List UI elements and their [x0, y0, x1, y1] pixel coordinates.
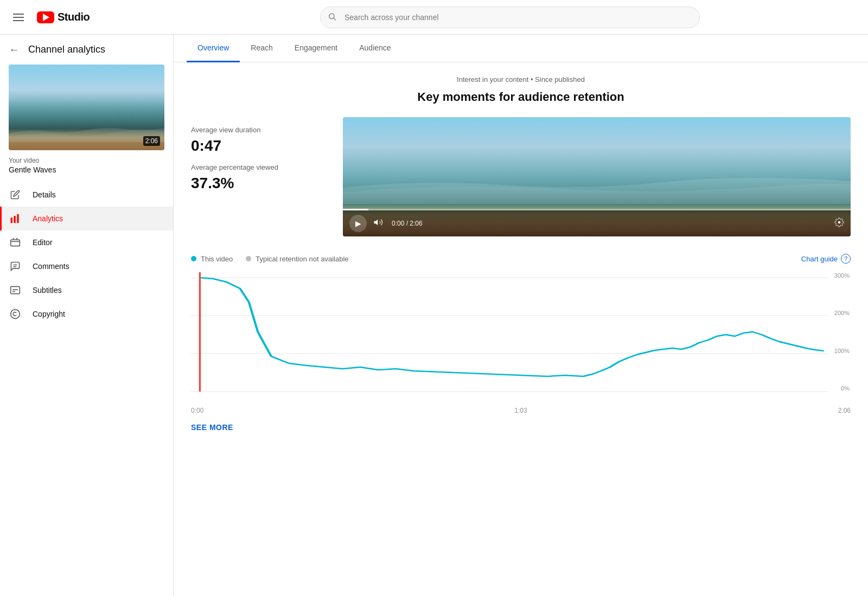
- y-label-0: 0%: [841, 385, 850, 392]
- y-label-200: 200%: [834, 310, 850, 316]
- video-name: Gentle Waves: [9, 165, 164, 174]
- avg-pct-label: Average percentage viewed: [191, 163, 321, 171]
- header-left: Studio: [9, 9, 161, 25]
- nav-label-editor: Editor: [33, 238, 53, 247]
- avg-duration-value: 0:47: [191, 137, 321, 155]
- settings-button[interactable]: [834, 217, 844, 229]
- content-area: Overview Reach Engagement Audience Inter…: [174, 35, 868, 596]
- video-controls: ▶ 0:00 / 2:06: [343, 210, 851, 236]
- sidebar-item-details[interactable]: Details: [0, 183, 173, 207]
- logo[interactable]: Studio: [37, 11, 90, 23]
- typical-label: Typical retention not available: [256, 255, 348, 263]
- this-video-label: This video: [201, 255, 233, 263]
- svg-rect-4: [17, 214, 18, 223]
- back-button[interactable]: ← Channel analytics: [0, 43, 173, 65]
- tab-engagement[interactable]: Engagement: [284, 35, 348, 62]
- nav-label-comments: Comments: [33, 262, 69, 271]
- nav-label-details: Details: [33, 190, 56, 199]
- video-preview[interactable]: ▶ 0:00 / 2:06: [343, 117, 851, 236]
- section-title: Key moments for audience retention: [191, 90, 851, 104]
- clapper-icon: [9, 236, 22, 249]
- thumbnail-overlay: [9, 99, 164, 150]
- sidebar: ← Channel analytics 2:06 Your video Gent…: [0, 35, 174, 596]
- svg-line-1: [334, 18, 336, 20]
- help-icon: ?: [841, 254, 851, 264]
- svg-rect-3: [14, 216, 16, 223]
- legend-typical: Typical retention not available: [246, 255, 348, 263]
- search-icon: [328, 12, 336, 22]
- volume-button[interactable]: [373, 217, 383, 230]
- x-label-mid: 1:03: [514, 407, 527, 414]
- main-layout: ← Channel analytics 2:06 Your video Gent…: [0, 35, 868, 596]
- stats-column: Average view duration 0:47 Average perce…: [191, 117, 321, 236]
- youtube-logo-icon: [37, 11, 54, 23]
- svg-point-12: [11, 310, 20, 319]
- comment-icon: [9, 260, 22, 273]
- stats-video-row: Average view duration 0:47 Average perce…: [191, 117, 851, 236]
- tabs-bar: Overview Reach Engagement Audience: [174, 35, 868, 62]
- nav-label-copyright: Copyright: [33, 310, 65, 318]
- chart-svg: [191, 272, 851, 402]
- back-arrow-icon: ←: [9, 43, 20, 56]
- legend-this-video: This video: [191, 255, 233, 263]
- chart-guide-button[interactable]: Chart guide ?: [801, 254, 851, 264]
- subtitles-icon: [9, 284, 22, 297]
- content-subtitle: Interest in your content • Since publish…: [191, 75, 851, 84]
- tab-overview[interactable]: Overview: [187, 35, 240, 62]
- thumbnail-image: [9, 65, 164, 150]
- sidebar-item-comments[interactable]: Comments: [0, 254, 173, 278]
- header: Studio: [0, 0, 868, 35]
- play-button[interactable]: ▶: [349, 215, 367, 232]
- sidebar-item-copyright[interactable]: Copyright: [0, 302, 173, 326]
- typical-dot: [246, 256, 251, 261]
- sidebar-item-editor[interactable]: Editor: [0, 230, 173, 254]
- this-video-dot: [191, 256, 196, 261]
- content-body: Interest in your content • Since publish…: [174, 62, 868, 445]
- chart-legend: This video Typical retention not availab…: [191, 254, 851, 264]
- sidebar-item-subtitles[interactable]: Subtitles: [0, 278, 173, 302]
- svg-point-0: [329, 14, 334, 18]
- search-input[interactable]: [320, 7, 700, 28]
- video-duration: 2:06: [143, 136, 160, 146]
- sidebar-item-analytics[interactable]: Analytics: [0, 207, 173, 230]
- svg-rect-5: [11, 240, 20, 246]
- video-label: Your video: [9, 157, 164, 164]
- pencil-icon: [9, 188, 22, 201]
- search-bar: [320, 7, 700, 28]
- retention-chart: 300% 200% 100% 0%: [191, 272, 851, 402]
- tab-reach[interactable]: Reach: [240, 35, 283, 62]
- y-label-300: 300%: [834, 272, 850, 279]
- svg-rect-2: [11, 217, 12, 223]
- x-label-start: 0:00: [191, 407, 203, 414]
- menu-button[interactable]: [9, 9, 28, 25]
- avg-duration-label: Average view duration: [191, 126, 321, 134]
- chart-guide-label: Chart guide: [801, 255, 838, 263]
- chart-area: 300% 200% 100% 0% 0:00 1:03 2:06: [191, 272, 851, 414]
- tab-audience[interactable]: Audience: [348, 35, 401, 62]
- y-label-100: 100%: [834, 348, 850, 354]
- video-info: Your video Gentle Waves: [0, 157, 173, 183]
- x-axis-labels: 0:00 1:03 2:06: [191, 407, 851, 414]
- nav-label-subtitles: Subtitles: [33, 286, 62, 294]
- nav-label-analytics: Analytics: [33, 214, 63, 223]
- avg-pct-value: 37.3%: [191, 175, 321, 192]
- y-axis-labels: 300% 200% 100% 0%: [834, 272, 851, 392]
- video-thumbnail[interactable]: 2:06: [9, 65, 164, 150]
- copyright-icon: [9, 307, 22, 321]
- sidebar-title: Channel analytics: [28, 44, 105, 55]
- see-more-button[interactable]: SEE MORE: [191, 423, 233, 432]
- x-label-end: 2:06: [838, 407, 851, 414]
- studio-text: Studio: [58, 11, 90, 23]
- video-time: 0:00 / 2:06: [392, 220, 423, 227]
- chart-bar-icon: [9, 212, 22, 225]
